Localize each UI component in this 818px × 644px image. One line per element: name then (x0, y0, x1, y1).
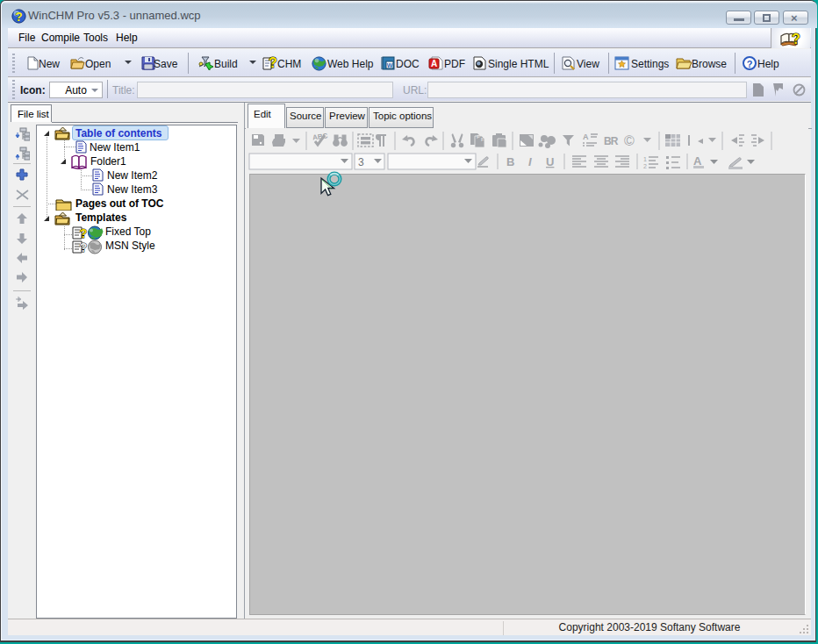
svg-text:A: A (583, 132, 589, 141)
svg-text:BR: BR (604, 135, 619, 147)
svg-text:U: U (546, 155, 554, 168)
svg-text:F: F (477, 134, 480, 140)
svg-text:?: ? (792, 32, 800, 47)
svg-text:©: © (624, 133, 635, 148)
svg-text:?: ? (15, 10, 23, 24)
svg-text:I: I (528, 155, 532, 168)
svg-text:W: W (387, 62, 393, 68)
svg-text:?: ? (269, 55, 277, 70)
svg-text:?: ? (80, 226, 88, 240)
svg-text:A: A (693, 154, 702, 168)
svg-text:2: 2 (643, 163, 647, 169)
svg-text:?: ? (80, 240, 88, 254)
svg-text:3: 3 (358, 156, 364, 168)
svg-text:F: F (481, 137, 484, 142)
svg-text:A: A (431, 59, 437, 68)
svg-text:B: B (506, 155, 514, 168)
svg-text:1: 1 (643, 156, 647, 162)
svg-text:?: ? (747, 59, 753, 69)
